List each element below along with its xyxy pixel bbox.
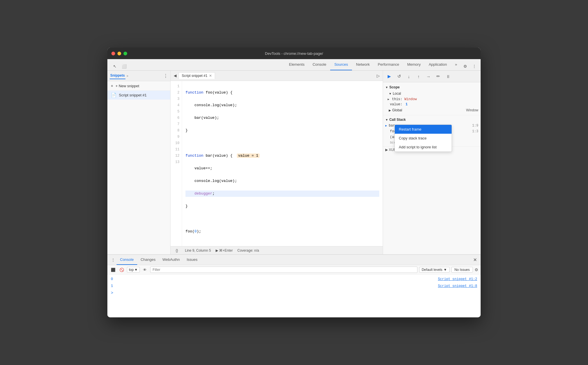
this-expand-icon: ▶ (388, 98, 389, 101)
default-levels-selector[interactable]: Default levels ▼ (419, 267, 450, 273)
code-line-6: function bar(value) { value = 1 (185, 153, 379, 159)
snippets-tab[interactable]: Snippets (110, 72, 125, 79)
ctx-add-to-ignore[interactable]: Add script to ignore list (395, 143, 452, 152)
tab-performance[interactable]: Performance (374, 59, 403, 70)
call-bar-name: bar (389, 124, 395, 128)
format-icon[interactable]: {} (173, 247, 180, 254)
tab-sources[interactable]: Sources (330, 59, 352, 70)
scope-header[interactable]: ▼ Scope (383, 84, 481, 90)
console-prompt[interactable]: > (107, 290, 481, 296)
bottom-panel: ⋮ Console Changes WebAuthn Issues ✕ ⬛ 🚫 … (107, 254, 481, 317)
console-val-0: 0 (111, 276, 119, 282)
code-line-12: foo(0); (185, 228, 379, 235)
console-val-1: 1 (111, 283, 119, 289)
bottom-close-icon[interactable]: ✕ (471, 257, 478, 263)
cursor-icon[interactable]: ↖ (111, 62, 119, 70)
default-levels-label: Default levels (422, 268, 442, 272)
console-settings-icon[interactable]: ⚙ (475, 267, 478, 272)
step-into-icon[interactable]: ↓ (405, 72, 413, 80)
tab-elements[interactable]: Elements (285, 59, 308, 70)
top-label: top (129, 268, 134, 272)
step-out-icon[interactable]: ↑ (415, 72, 423, 80)
new-snippet-button[interactable]: + + New snippet (107, 81, 170, 91)
window-title: DevTools - chrome://new-tab-page/ (265, 51, 323, 56)
console-source-1[interactable]: Script snippet #1:8 (438, 283, 477, 289)
sidebar-header: Snippets » ⋮ (107, 71, 170, 81)
tab-network[interactable]: Network (352, 59, 374, 70)
editor-run-icon[interactable]: ▷ (375, 72, 382, 79)
minimize-button[interactable] (117, 52, 121, 55)
code-line-13 (185, 241, 379, 246)
code-content[interactable]: function foo(value) { console.log(value)… (182, 81, 383, 246)
bottom-tab-changes[interactable]: Changes (137, 255, 159, 265)
snippet-item-label: Script snippet #1 (119, 93, 147, 97)
code-line-11 (185, 216, 379, 222)
callstack-arrow-icon: ▼ (385, 118, 388, 121)
toolbar-right: ⚙ ⋮ (461, 62, 481, 70)
local-title: Local (393, 92, 401, 96)
bottom-more-icon[interactable]: ⋮ (110, 257, 117, 263)
tab-more[interactable]: » (451, 59, 461, 70)
device-icon[interactable]: ⬜ (120, 62, 128, 70)
editor-tab-close-icon[interactable]: ✕ (209, 74, 212, 78)
plus-icon: + (111, 84, 113, 88)
console-eye-icon[interactable]: 👁 (142, 266, 148, 273)
close-button[interactable] (111, 52, 115, 55)
editor-tab-snippet[interactable]: Script snippet #1 ✕ (179, 72, 215, 79)
bottom-tabs: ⋮ Console Changes WebAuthn Issues ✕ (107, 255, 481, 265)
step-over-icon[interactable]: ↺ (395, 72, 403, 80)
console-source-0[interactable]: Script snippet #1:2 (438, 276, 477, 282)
no-issues-button[interactable]: No Issues (451, 267, 473, 273)
bottom-tab-issues[interactable]: Issues (183, 255, 201, 265)
console-toolbar: ⬛ 🚫 top ▼ 👁 Default levels ▼ No Issues ⚙ (107, 265, 481, 275)
global-val: Window (466, 108, 478, 112)
tab-console[interactable]: Console (309, 59, 330, 70)
deactivate-icon[interactable]: ✏ (434, 72, 442, 80)
debug-toolbar: ▶ ↺ ↓ ↑ → ✏ ⏸ (383, 71, 481, 82)
tab-application[interactable]: Application (425, 59, 451, 70)
code-line-4: } (185, 127, 379, 134)
settings-icon[interactable]: ⚙ (461, 62, 469, 70)
console-filter-icon[interactable]: 🚫 (118, 266, 125, 273)
ctx-copy-stack-trace[interactable]: Copy stack trace (395, 134, 452, 143)
callstack-header[interactable]: ▼ Call Stack (383, 117, 481, 123)
console-row-1: 1 Script snippet #1:8 (107, 283, 481, 290)
this-val: Window (404, 97, 417, 101)
call-arrow-icon: ▶ (385, 124, 387, 127)
console-filter-input[interactable] (150, 267, 417, 273)
console-row-0: 0 Script snippet #1:2 (107, 276, 481, 283)
bottom-tab-webauthn[interactable]: WebAuthn (159, 255, 183, 265)
tab-memory[interactable]: Memory (403, 59, 425, 70)
callstack-title: Call Stack (389, 118, 406, 122)
console-output: 0 Script snippet #1:2 1 Script snippet #… (107, 275, 481, 317)
top-selector[interactable]: top ▼ (127, 267, 140, 273)
run-status: ▶ ⌘+Enter (216, 248, 233, 253)
sidebar-more-icon[interactable]: » (127, 74, 128, 77)
titlebar: DevTools - chrome://new-tab-page/ (107, 48, 481, 59)
local-header[interactable]: ▼ Local (383, 90, 481, 97)
local-arrow-icon: ▼ (389, 92, 392, 95)
global-header[interactable]: ▶ Global Window (383, 107, 481, 113)
ctx-restart-frame[interactable]: Restart frame (395, 125, 452, 134)
step-icon[interactable]: → (424, 72, 432, 80)
resume-icon[interactable]: ▶ (385, 72, 393, 80)
sidebar-menu-icon[interactable]: ⋮ (163, 73, 168, 79)
scope-this-item[interactable]: ▶ this: Window (383, 97, 481, 102)
pause-icon[interactable]: ⏸ (444, 72, 452, 80)
more-icon[interactable]: ⋮ (470, 62, 478, 70)
editor-back-icon[interactable]: ◀ (172, 72, 179, 79)
code-line-9: debugger; (185, 191, 379, 197)
snippet-item[interactable]: 📄 Script snippet #1 (107, 91, 170, 100)
sidebar: Snippets » ⋮ + + New snippet 📄 Script sn… (107, 71, 171, 254)
maximize-button[interactable] (123, 52, 127, 55)
code-editor[interactable]: 1234 5678 910111213 function foo(value) … (171, 81, 383, 246)
right-panel: ▶ ↺ ↓ ↑ → ✏ ⏸ ▼ Scope (383, 71, 481, 254)
this-label: this: (392, 97, 402, 101)
console-clear-icon[interactable]: ⬛ (110, 266, 117, 273)
bottom-tab-console[interactable]: Console (117, 255, 137, 265)
coverage-status: Coverage: n/a (237, 248, 259, 253)
editor-area: ◀ Script snippet #1 ✕ ▷ 1234 5678 910111… (171, 71, 383, 254)
status-bar: {} Line 9, Column 5 ▶ ⌘+Enter Coverage: … (171, 246, 383, 254)
line-numbers: 1234 5678 910111213 (171, 81, 182, 246)
scope-arrow-icon: ▼ (385, 86, 388, 89)
